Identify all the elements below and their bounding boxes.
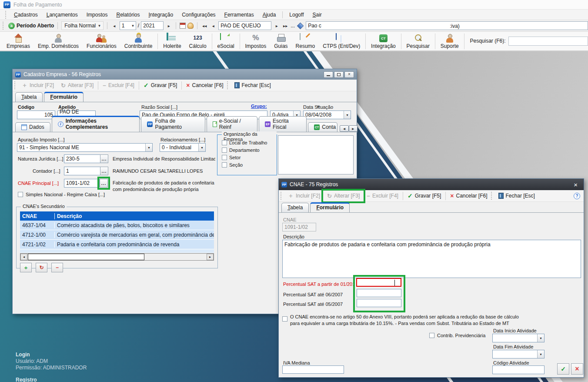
calendar-icon[interactable] bbox=[180, 23, 186, 29]
toolbar-button-resumo[interactable]: Resumo bbox=[292, 33, 319, 50]
year-field[interactable]: 2021 bbox=[141, 21, 164, 30]
menu-lancamentos[interactable]: Lançamentos bbox=[43, 10, 82, 19]
data-fim-combo[interactable]: ▾ bbox=[492, 350, 545, 359]
tab-tabela[interactable]: Tabela bbox=[15, 92, 43, 102]
toolbar-button-funcionarios[interactable]: Funcionários bbox=[83, 33, 120, 50]
data-inicio-combo[interactable]: ▾ bbox=[492, 334, 545, 342]
toolbar-button-calculo[interactable]: 123Cálculo bbox=[185, 33, 210, 50]
data-situacao-combo[interactable]: 08/04/2008▾ bbox=[303, 111, 351, 119]
toolbar-button-impostos[interactable]: %Impostos bbox=[241, 33, 271, 50]
column-header-cnae[interactable]: CNAE bbox=[20, 213, 55, 219]
menu-integracao[interactable]: Integração bbox=[144, 10, 177, 19]
checkbox-local-trabalho[interactable]: Local de Trabalho bbox=[222, 140, 267, 145]
descricao-field[interactable]: Fabricação de produtos de padaria e conf… bbox=[282, 240, 581, 278]
toolbar-button-ctps[interactable]: CTPS (Ent/Dev) bbox=[319, 33, 364, 50]
tab-dados[interactable]: Dados bbox=[15, 122, 50, 132]
month-prev-button[interactable]: ◂ bbox=[111, 23, 118, 28]
incluir-button[interactable]: ＋Incluir [F2] bbox=[284, 191, 324, 201]
contador-field[interactable]: 1 ... bbox=[64, 167, 108, 175]
toolbar-button-pesquisar[interactable]: Pesquisar bbox=[403, 33, 434, 50]
month-combo[interactable]: 1 ▾ bbox=[120, 21, 136, 30]
cnae-titlebar[interactable]: FP CNAE - 75 Registros × bbox=[279, 179, 584, 190]
checkbox-departamento[interactable]: Departamento bbox=[222, 147, 267, 153]
tab-tabela[interactable]: Tabela bbox=[281, 203, 309, 212]
close-button[interactable]: × bbox=[344, 71, 354, 78]
codigo-field[interactable]: 105 bbox=[17, 111, 55, 119]
folha-type-dropdown[interactable]: Folha Normal ▾ bbox=[61, 21, 104, 30]
company-last-button[interactable]: ▸▸ bbox=[282, 23, 289, 28]
company-next-button[interactable]: ▸ bbox=[273, 23, 280, 28]
incluir-button[interactable]: ＋Incluir [F2] bbox=[18, 80, 57, 90]
add-row-button[interactable]: ＋ bbox=[20, 263, 32, 272]
relacionamentos-combo[interactable]: 0 - Individual▾ bbox=[160, 143, 206, 152]
toolbar-button-holerite[interactable]: Holerite bbox=[159, 33, 185, 50]
table-hscrollbar[interactable]: ◂ ▸ bbox=[20, 253, 214, 261]
checkbox-contrib-previdenciaria[interactable]: Contrib. Previdenciária bbox=[429, 333, 485, 338]
company-ellipsis-button[interactable]: ... bbox=[291, 23, 295, 29]
tab-formulario[interactable]: Formulário bbox=[44, 92, 84, 102]
refresh-rows-button[interactable]: ↻ bbox=[36, 263, 47, 272]
toolbar-button-empresas[interactable]: Empresas bbox=[3, 33, 34, 50]
apuracao-combo[interactable]: 91 - Simples Nacional ME▾ bbox=[17, 143, 153, 152]
contador-lookup-button[interactable]: ... bbox=[100, 167, 108, 175]
menu-ajuda[interactable]: Ajuda bbox=[259, 10, 280, 19]
help-icon[interactable]: ? bbox=[574, 193, 580, 199]
cnae-principal-field[interactable]: 1091-1/02 bbox=[64, 179, 100, 188]
cnae-lookup-button[interactable]: ... bbox=[100, 179, 108, 188]
toolbar-button-esocial[interactable]: eSocial bbox=[213, 33, 238, 50]
excluir-button[interactable]: −Excluir [F4] bbox=[363, 191, 402, 201]
menu-relatorios[interactable]: Relatórios bbox=[112, 10, 144, 19]
sat1-field[interactable] bbox=[356, 278, 401, 287]
tab-esocial-reinf[interactable]: e-Social / Reinf bbox=[207, 116, 258, 132]
cadastro-empresa-titlebar[interactable]: FP Cadastro Empresa - 56 Registros × bbox=[13, 69, 357, 80]
gravar-button[interactable]: ✓Gravar [F5] bbox=[404, 191, 444, 201]
tab-informacoes-complementares[interactable]: iInformações Complementares bbox=[52, 116, 140, 132]
excluir-button[interactable]: −Excluir [F4] bbox=[99, 80, 138, 90]
tabs-scroll-right-button[interactable]: ▸ bbox=[349, 125, 357, 132]
cancelar-button[interactable]: ×Cancelar [F6] bbox=[183, 80, 227, 90]
close-button[interactable]: × bbox=[570, 181, 581, 188]
organizacao-list[interactable] bbox=[278, 135, 354, 174]
lamp-icon[interactable] bbox=[187, 23, 194, 29]
remove-row-button[interactable]: − bbox=[51, 263, 63, 272]
minimize-button[interactable] bbox=[324, 71, 333, 78]
toolbar-button-guias[interactable]: Guias bbox=[270, 33, 291, 50]
alterar-button[interactable]: ↻Alterar [F3] bbox=[324, 191, 363, 201]
natureza-field[interactable]: 230-5 ... bbox=[64, 154, 108, 163]
company-info-field[interactable]: Pao c :iva) bbox=[306, 21, 588, 30]
scroll-right-arrow[interactable]: ▸ bbox=[207, 254, 214, 260]
column-header-descricao[interactable]: Descrição bbox=[55, 213, 214, 219]
tab-contabilidade[interactable]: CTConta bbox=[308, 122, 337, 132]
table-row[interactable]: 4637-1/04 Comércio atacadista de pães, b… bbox=[20, 221, 214, 230]
sat2-field[interactable] bbox=[357, 289, 401, 297]
fechar-button[interactable]: Fechar [Esc] bbox=[495, 191, 538, 201]
menu-logoff[interactable]: Logoff bbox=[285, 10, 307, 19]
alterar-button[interactable]: ↻Alterar [F3] bbox=[57, 80, 97, 90]
toolbar-button-integracao[interactable]: CTIntegração bbox=[367, 33, 400, 50]
checkbox-setor[interactable]: Setor bbox=[222, 155, 267, 160]
fechar-button[interactable]: Fechar [Esc] bbox=[231, 80, 274, 90]
menu-sair[interactable]: Sair bbox=[309, 10, 326, 19]
sat3-field[interactable] bbox=[357, 299, 401, 307]
natureza-lookup-button[interactable]: ... bbox=[100, 154, 108, 163]
company-nav-field[interactable]: PAO DE QUEIJO bbox=[218, 21, 271, 30]
tabs-scroll-left-button[interactable]: ◂ bbox=[340, 125, 348, 132]
gravar-button[interactable]: ✓Gravar [F5] bbox=[140, 80, 180, 90]
toolbar-button-contribuinte[interactable]: Contribuinte bbox=[120, 33, 157, 50]
menu-impostos[interactable]: Impostos bbox=[83, 10, 112, 19]
toolbar-button-emp-domesticos[interactable]: Emp. Domésticos bbox=[34, 33, 83, 50]
confirm-button[interactable]: ✓ bbox=[557, 363, 569, 375]
codigo-atividade-field[interactable] bbox=[492, 365, 545, 374]
menu-ferramentas[interactable]: Ferramentas bbox=[220, 10, 258, 19]
checkbox-simples-regime-caixa[interactable]: Simples Nacional - Regime Caixa [...] bbox=[18, 192, 105, 197]
checkbox-anexo-viii[interactable]: O CNAE encontra-se no artigo 50 do Anexo… bbox=[282, 314, 560, 327]
month-next-button[interactable]: ▸ bbox=[165, 23, 172, 28]
maximize-button[interactable] bbox=[334, 71, 344, 78]
menu-cadastros[interactable]: Cadastros bbox=[10, 10, 42, 19]
menu-configuracoes[interactable]: Configurações bbox=[178, 10, 219, 19]
tab-escrita-fiscal[interactable]: EFEscrita Fiscal bbox=[259, 116, 307, 132]
scroll-left-arrow[interactable]: ◂ bbox=[20, 254, 27, 260]
cancelar-button[interactable]: ×Cancelar [F6] bbox=[447, 191, 491, 201]
toolbar-button-suporte[interactable]: Suporte bbox=[437, 33, 463, 50]
reject-button[interactable]: × bbox=[571, 363, 583, 375]
